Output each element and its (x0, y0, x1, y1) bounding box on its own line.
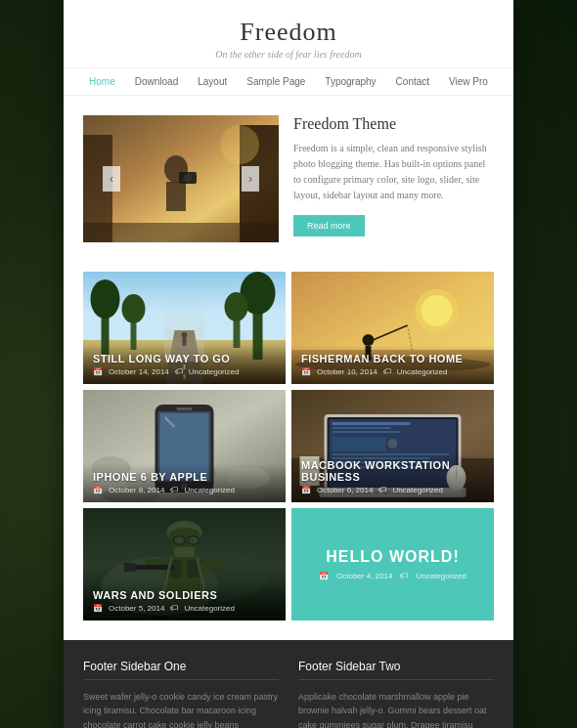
site-title: Freedom (83, 18, 494, 47)
grid-item-soldier[interactable]: WARS AND SOLDIERS 📅 October 5, 2014 🏷 Un… (83, 508, 286, 621)
grid-item-road[interactable]: STILL LONG WAY TO GO 📅 October 14, 2014 … (83, 272, 286, 384)
svg-rect-92 (187, 539, 194, 541)
grid-meta-soldier: 📅 October 5, 2014 🏷 Uncategorized (93, 604, 276, 613)
grid-meta-fisherman: 📅 October 10, 2014 🏷 Uncategorized (301, 367, 484, 376)
svg-rect-5 (179, 172, 197, 184)
footer-columns: Footer Sidebar One Sweet wafer jelly-o c… (64, 640, 513, 728)
nav-item-download[interactable]: Download (125, 68, 188, 95)
footer-col1-text: Sweet wafer jelly-o cookie candy ice cre… (83, 690, 279, 728)
svg-rect-55 (333, 431, 401, 433)
footer-col1-title: Footer Sidebar One (83, 660, 279, 680)
grid-overlay-soldier: WARS AND SOLDIERS 📅 October 5, 2014 🏷 Un… (83, 581, 286, 621)
nav-item-home[interactable]: Home (79, 68, 125, 95)
grid-cat-hello: Uncategorized (416, 572, 466, 580)
nav-item-layout[interactable]: Layout (188, 68, 237, 95)
calendar-icon: 📅 (93, 367, 103, 376)
grid-date-road: October 14, 2014 (109, 367, 169, 376)
svg-point-6 (184, 174, 192, 182)
grid-title-road: STILL LONG WAY TO GO (93, 353, 276, 364)
svg-point-8 (220, 125, 259, 164)
nav-item-contact[interactable]: Contact (386, 68, 439, 95)
svg-rect-56 (333, 437, 386, 451)
site-footer: Footer Sidebar One Sweet wafer jelly-o c… (64, 640, 513, 728)
tag-icon-5: 🏷 (170, 604, 178, 613)
read-more-button[interactable]: Read more (293, 215, 365, 236)
grid-date-hello: October 4, 2014 (336, 572, 392, 580)
slider-prev-button[interactable]: ‹ (103, 166, 120, 192)
hero-title: Freedom Theme (293, 115, 494, 133)
tag-icon-4: 🏷 (378, 486, 386, 494)
svg-rect-93 (175, 547, 195, 557)
grid-date-macbook: October 6, 2014 (317, 486, 373, 494)
grid-cat-fisherman: Uncategorized (397, 367, 448, 376)
svg-rect-98 (204, 559, 224, 569)
svg-rect-44 (177, 407, 193, 410)
nav-link-viewpro[interactable]: View Pro (439, 68, 498, 95)
svg-point-16 (122, 294, 146, 323)
svg-point-90 (175, 537, 185, 544)
grid-meta-macbook: 📅 October 6, 2014 🏷 Uncategorized (301, 486, 484, 494)
grid-item-iphone[interactable]: IPHONE 6 BY APPLE 📅 October 8, 2014 🏷 Un… (83, 390, 286, 502)
grid-cat-iphone: Uncategorized (184, 486, 235, 494)
grid-section: STILL LONG WAY TO GO 📅 October 14, 2014 … (64, 262, 513, 640)
grid-date-fisherman: October 10, 2014 (317, 367, 377, 376)
grid-title-iphone: IPHONE 6 BY APPLE (93, 471, 276, 483)
svg-point-25 (422, 295, 453, 326)
grid-overlay-fisherman: FISHERMAN BACK TO HOME 📅 October 10, 201… (291, 345, 494, 384)
nav-item-viewpro[interactable]: View Pro (439, 68, 498, 95)
grid-overlay-iphone: IPHONE 6 BY APPLE 📅 October 8, 2014 🏷 Un… (83, 463, 286, 502)
calendar-icon-2: 📅 (301, 367, 311, 376)
footer-col2-title: Footer Sidebar Two (298, 660, 494, 680)
hero-text: Freedom Theme Freedom is a simple, clean… (293, 115, 494, 236)
tag-icon: 🏷 (175, 367, 183, 376)
calendar-icon-3: 📅 (93, 486, 103, 494)
hello-overlay: HELLO WORLD! 📅 October 4, 2014 🏷 Uncateg… (291, 508, 494, 621)
svg-point-61 (388, 439, 398, 449)
grid-date-iphone: October 8, 2014 (109, 486, 164, 494)
svg-rect-53 (333, 422, 411, 425)
hero-section: ‹ › Freedom Theme Freedom is a simple, c… (64, 96, 513, 262)
svg-rect-4 (166, 182, 186, 211)
svg-point-20 (225, 292, 248, 321)
grid-title-soldier: WARS AND SOLDIERS (93, 589, 276, 601)
tag-icon-6: 🏷 (400, 572, 408, 580)
nav-link-layout[interactable]: Layout (188, 68, 237, 95)
hero-image-wrap: ‹ › (83, 115, 279, 242)
hero-description: Freedom is a simple, clean and responsiv… (293, 141, 494, 203)
grid-date-soldier: October 5, 2014 (109, 604, 164, 613)
site-header: Freedom On the other side of fear lies f… (64, 0, 513, 67)
slider-next-button[interactable]: › (242, 166, 259, 192)
site-tagline: On the other side of fear lies freedom (83, 49, 494, 60)
nav-link-contact[interactable]: Contact (386, 68, 439, 95)
nav-link-typography[interactable]: Typography (315, 68, 385, 95)
main-container: Freedom On the other side of fear lies f… (64, 0, 513, 728)
svg-rect-54 (333, 427, 391, 429)
svg-point-21 (182, 332, 188, 338)
hello-meta: 📅 October 4, 2014 🏷 Uncategorized (319, 572, 466, 580)
grid-item-macbook[interactable]: MACBOOK WORKSTATION BUSINESS 📅 October 6… (291, 390, 494, 502)
calendar-icon-4: 📅 (301, 486, 311, 494)
footer-col-1: Footer Sidebar One Sweet wafer jelly-o c… (83, 660, 279, 728)
grid-item-hello[interactable]: HELLO WORLD! 📅 October 4, 2014 🏷 Uncateg… (291, 508, 494, 621)
grid-meta-road: 📅 October 14, 2014 🏷 Uncategorized (93, 367, 276, 376)
nav-item-typography[interactable]: Typography (315, 68, 385, 95)
grid-title-macbook: MACBOOK WORKSTATION BUSINESS (301, 459, 484, 483)
nav-link-sample[interactable]: Sample Page (237, 68, 315, 95)
nav-bar: Home Download Layout Sample Page Typogra… (64, 67, 513, 96)
svg-point-3 (164, 155, 188, 183)
grid-title-fisherman: FISHERMAN BACK TO HOME (301, 353, 484, 364)
nav-link-download[interactable]: Download (125, 68, 188, 95)
grid-overlay-macbook: MACBOOK WORKSTATION BUSINESS 📅 October 6… (291, 451, 494, 502)
grid-item-fisherman[interactable]: FISHERMAN BACK TO HOME 📅 October 10, 201… (291, 272, 494, 384)
hello-title: HELLO WORLD! (326, 548, 459, 566)
footer-col-2: Footer Sidebar Two Applicake chocolate m… (298, 660, 494, 728)
grid-overlay-road: STILL LONG WAY TO GO 📅 October 14, 2014 … (83, 345, 286, 384)
tag-icon-3: 🏷 (170, 486, 178, 494)
nav-item-sample[interactable]: Sample Page (237, 68, 315, 95)
calendar-icon-6: 📅 (319, 572, 329, 580)
nav-link-home[interactable]: Home (79, 68, 125, 95)
grid-container: STILL LONG WAY TO GO 📅 October 14, 2014 … (83, 272, 494, 621)
footer-col2-text: Applicake chocolate marshmallow apple pi… (298, 690, 494, 728)
tag-icon-2: 🏷 (383, 367, 391, 376)
grid-cat-road: Uncategorized (189, 367, 240, 376)
